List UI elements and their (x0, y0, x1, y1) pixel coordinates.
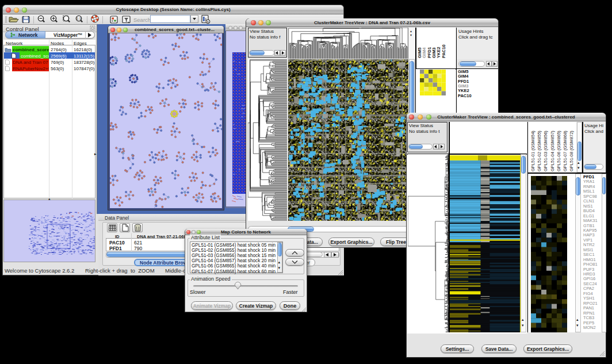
svg-text:PAC10: PAC10 (441, 44, 446, 58)
svg-text:GPL51-04 (GSM857): GPL51-04 (GSM857) (550, 131, 555, 171)
svg-text:1:1: 1:1 (76, 17, 81, 20)
svg-text:GPL51-03 (GSM856): GPL51-03 (GSM856) (543, 131, 548, 171)
svg-text:GPL51-08 (GSM872): GPL51-08 (GSM872) (569, 131, 574, 171)
svg-text:GPL51-07 (GSM868): GPL51-07 (GSM868) (563, 131, 568, 171)
svg-text:GPL51-02 (GSM855): GPL51-02 (GSM855) (537, 131, 542, 171)
svg-text:GPL51-01 (GSM854): GPL51-01 (GSM854) (530, 131, 536, 171)
svg-text:b: b (207, 20, 209, 24)
svg-text:GPL51-06 (GSM865): GPL51-06 (GSM865) (556, 131, 561, 171)
